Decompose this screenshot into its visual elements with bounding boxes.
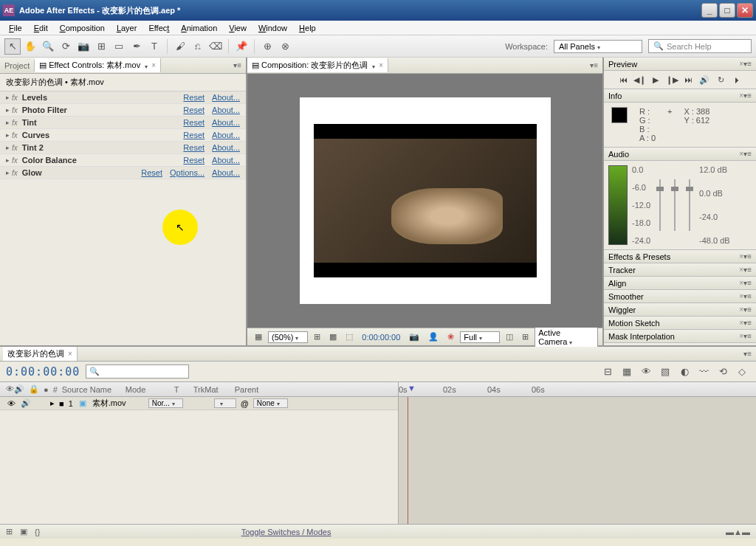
about-link[interactable]: About... [212, 143, 240, 152]
search-help-input[interactable]: 🔍 Search Help [648, 39, 752, 53]
effect-row[interactable]: ▸ fx Tint 2 Reset About... [0, 142, 246, 154]
brush-tool[interactable]: 🖌 [172, 38, 188, 55]
about-link[interactable]: About... [212, 156, 240, 165]
about-link[interactable]: About... [212, 106, 240, 114]
expand-arrow-icon[interactable]: ▸ [6, 131, 10, 139]
clone-tool[interactable]: ⎌ [190, 38, 206, 55]
timeline-tab[interactable]: 改变影片的色调× [3, 347, 78, 361]
reset-link[interactable]: Reset [183, 156, 205, 165]
current-timecode[interactable]: 0:00:00:00 [6, 365, 80, 379]
zoom-out-icon[interactable]: ▬▲▬ [726, 528, 750, 536]
last-frame-button[interactable]: ⏭ [682, 74, 694, 86]
timeline-search[interactable]: 🔍 [86, 364, 189, 379]
effect-row[interactable]: ▸ fx Photo Filter Reset About... [0, 104, 246, 117]
panel-menu-icon[interactable]: ▾≡ [743, 252, 752, 260]
panel-menu-icon[interactable]: ▾≡ [743, 91, 752, 100]
reset-link[interactable]: Reset [183, 143, 205, 152]
frame-blend-icon[interactable]: ▧ [657, 364, 673, 380]
panel-tab[interactable]: Mask Interpolation [608, 332, 737, 341]
reset-link[interactable]: Reset [183, 131, 205, 139]
panel-tab[interactable]: Paint [608, 345, 737, 346]
reset-link[interactable]: Reset [183, 93, 205, 102]
composition-viewer[interactable] [247, 74, 602, 328]
reset-link[interactable]: Reset [183, 118, 205, 127]
expand-arrow-icon[interactable]: ▸ [6, 144, 10, 151]
playhead-icon[interactable]: ▼ [408, 384, 416, 393]
zoom-dropdown[interactable]: (50%) [268, 331, 308, 343]
panel-tab[interactable]: Effects & Presets [608, 252, 737, 261]
menu-view[interactable]: View [223, 22, 252, 34]
color-mgmt-icon[interactable]: ❀ [444, 331, 457, 342]
preview-panel-tab[interactable]: Preview [608, 60, 737, 69]
panel-menu-icon[interactable]: ▾≡ [233, 61, 241, 69]
audio-panel-tab[interactable]: Audio [608, 150, 737, 159]
effect-controls-tab[interactable]: ▤ Effect Controls: 素材.mov × [35, 58, 161, 72]
tl-icon-3[interactable]: {} [35, 528, 40, 536]
loop-button[interactable]: ↻ [715, 74, 726, 86]
menu-animation[interactable]: Animation [175, 22, 223, 34]
expand-arrow-icon[interactable]: ▸ [6, 119, 10, 126]
text-tool[interactable]: T [146, 38, 162, 55]
project-tab[interactable]: Project [0, 60, 35, 72]
mask-tool[interactable]: ▭ [111, 38, 127, 55]
eraser-tool[interactable]: ⌫ [207, 38, 224, 55]
auto-keyframe-icon[interactable]: ◇ [734, 364, 750, 380]
next-frame-button[interactable]: ❙▶ [666, 74, 678, 86]
effect-row[interactable]: ▸ fx Curves Reset About... [0, 129, 246, 142]
minimize-button[interactable]: _ [701, 3, 718, 18]
effect-row[interactable]: ▸ fx Levels Reset About... [0, 91, 246, 104]
workspace-dropdown[interactable]: All Panels [554, 40, 642, 53]
menu-composition[interactable]: Composition [54, 22, 111, 34]
effect-row[interactable]: ▸ fx Color Balance Reset About... [0, 154, 246, 167]
menu-effect[interactable]: Effect [142, 22, 175, 34]
expand-arrow-icon[interactable]: ▸ [6, 94, 10, 101]
menu-edit[interactable]: Edit [28, 22, 54, 34]
rotate-tool[interactable]: ⟳ [58, 38, 74, 55]
brainstorm-icon[interactable]: ⟲ [715, 364, 731, 380]
tab-close-icon[interactable]: × [151, 61, 156, 69]
panel-menu-icon[interactable]: ▾≡ [590, 61, 598, 69]
play-button[interactable]: ▶ [650, 74, 662, 86]
panel-tab[interactable]: Motion Sketch [608, 319, 737, 328]
reset-link[interactable]: Reset [183, 106, 205, 114]
effect-row[interactable]: ▸ fx Glow Reset Options... About... [0, 167, 246, 179]
reset-link[interactable]: Reset [141, 168, 162, 177]
motion-blur-icon[interactable]: ◐ [676, 364, 693, 380]
panel-menu-icon[interactable]: ▾≡ [743, 332, 752, 340]
panel-menu-icon[interactable]: ▾≡ [743, 319, 752, 327]
roi-icon[interactable]: ◫ [503, 331, 516, 342]
draft-3d-icon[interactable]: ▦ [619, 364, 635, 380]
maximize-button[interactable]: □ [719, 3, 735, 18]
audio-sliders[interactable] [655, 165, 695, 245]
prev-frame-button[interactable]: ◀❙ [633, 74, 645, 86]
composition-tab[interactable]: ▤ Composition: 改变影片的色调 × [247, 58, 388, 72]
parent-dropdown[interactable]: None [253, 398, 288, 408]
first-frame-button[interactable]: ⏮ [617, 74, 629, 86]
timeline-track-area[interactable] [399, 397, 756, 524]
comp-mini-flowchart-icon[interactable]: ⊟ [599, 364, 616, 380]
about-link[interactable]: About... [212, 118, 240, 127]
snapshot-icon[interactable]: 📷 [406, 331, 422, 342]
transparency-icon[interactable]: ▩ [326, 331, 340, 342]
panel-menu-icon[interactable]: ▾≡ [743, 350, 752, 358]
panel-menu-icon[interactable]: ▾≡ [743, 150, 752, 158]
close-button[interactable]: ✕ [737, 3, 753, 18]
panel-menu-icon[interactable]: ▾≡ [743, 292, 752, 300]
selection-tool[interactable]: ↖ [4, 38, 21, 55]
guides-icon[interactable]: ⊞ [519, 331, 532, 342]
resolution-icon[interactable]: ⊞ [311, 331, 323, 342]
pen-tool[interactable]: ✒ [128, 38, 145, 55]
layer-row[interactable]: 👁 🔊 ▸ ■ 1 ▣ 素材.mov Nor... @ None [0, 397, 398, 410]
mask-icon[interactable]: ⬚ [343, 331, 356, 342]
grid-toggle-icon[interactable]: ▦ [252, 331, 265, 342]
playhead-line[interactable] [408, 397, 408, 524]
panel-tab[interactable]: Align [608, 279, 737, 288]
panel-menu-icon[interactable]: ▾≡ [743, 60, 752, 68]
menu-layer[interactable]: Layer [111, 22, 143, 34]
close-icon[interactable]: × [68, 350, 72, 358]
panel-tab[interactable]: Wiggler [608, 305, 737, 314]
menu-file[interactable]: File [3, 22, 28, 34]
audio-button[interactable]: 🔊 [698, 74, 710, 86]
graph-editor-icon[interactable]: 〰 [695, 364, 712, 380]
hand-tool[interactable]: ✋ [22, 38, 38, 55]
